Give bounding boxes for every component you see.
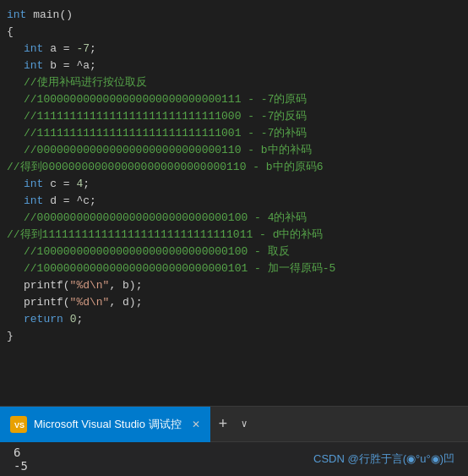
code-editor[interactable]: int main() { int a = -7; int b = ^a; //使… [0, 0, 468, 406]
code-line-20: } [0, 328, 468, 345]
code-line-11: int c = 4; [0, 176, 468, 193]
code-line-8: //1111111111111111111111111111001 - -7的补… [0, 125, 468, 142]
tab-close-button[interactable]: ✕ [192, 419, 200, 430]
output-value-1: 6 [14, 446, 28, 459]
tab-add-button[interactable]: + [210, 416, 237, 433]
output-values: 6 -5 [14, 446, 28, 473]
code-line-1: int main() [0, 7, 468, 24]
tab-label: Microsoft Visual Studio 调试控 [34, 417, 182, 432]
tab-chevron-button[interactable]: ∨ [236, 418, 252, 430]
code-line-16: //10000000000000000000000000000101 - 加一得… [0, 260, 468, 277]
code-line-3: int a = -7; [0, 41, 468, 57]
taskbar: VS Microsoft Visual Studio 调试控 ✕ + ∨ [0, 406, 468, 441]
code-line-6: //1000000000000000000000000000111 - -7的原… [0, 91, 468, 108]
output-bar: 6 -5 CSDN @行胜于言(◉°u°◉)凹 [0, 441, 468, 476]
vs-logo-icon: VS [13, 419, 24, 430]
keyword-int: int [7, 7, 26, 24]
code-line-7: //1111111111111111111111111111000 - -7的反… [0, 108, 468, 125]
code-line-5: //使用补码进行按位取反 [0, 74, 468, 91]
code-line-19: return 0; [0, 311, 468, 328]
tab-vs-debug[interactable]: VS Microsoft Visual Studio 调试控 ✕ [0, 407, 210, 442]
code-line-17: printf("%d\n", b); [0, 277, 468, 294]
code-line-2: { [0, 24, 468, 41]
code-line-14: //得到11111111111111111111111111111011 - d… [0, 227, 468, 243]
code-line-4: int b = ^a; [0, 57, 468, 74]
code-line-10: //得到0000000000000000000000000000110 - b中… [0, 159, 468, 176]
output-value-2: -5 [14, 459, 28, 473]
code-line-15: //10000000000000000000000000000100 - 取反 [0, 243, 468, 260]
svg-text:VS: VS [14, 421, 24, 429]
code-line-12: int d = ^c; [0, 193, 468, 210]
code-line-18: printf("%d\n", d); [0, 294, 468, 311]
output-branding: CSDN @行胜于言(◉°u°◉)凹 [313, 451, 454, 467]
code-line-13: //00000000000000000000000000000100 - 4的补… [0, 210, 468, 227]
vs-icon: VS [10, 416, 27, 433]
code-line-9: //0000000000000000000000000000110 - b中的补… [0, 142, 468, 159]
